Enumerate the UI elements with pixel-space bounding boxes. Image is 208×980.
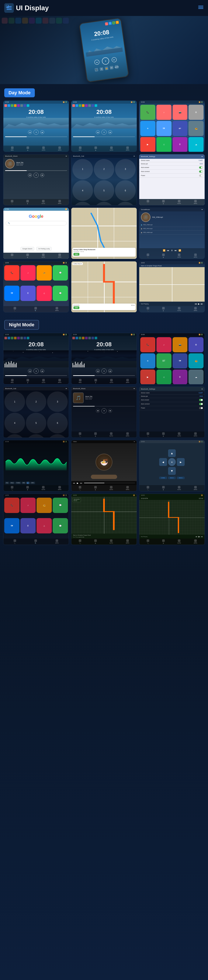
num-1[interactable]: 1 bbox=[72, 159, 93, 180]
night-num-5[interactable]: 5 bbox=[26, 413, 46, 433]
next-ctrl[interactable]: ⏭ bbox=[40, 130, 44, 134]
video-play[interactable]: ▶ bbox=[77, 482, 79, 484]
svg-rect-1 bbox=[6, 8, 12, 8]
app-icon-youtube[interactable]: ▶ bbox=[140, 137, 155, 152]
np-play[interactable]: ▶ bbox=[198, 303, 200, 305]
night-screen-12: 18:03📶 10:16 ETA 9.0 mi Not Playing ⏮ bbox=[139, 494, 205, 545]
app-icon-spotify[interactable]: ♫ bbox=[156, 137, 172, 152]
power-toggle[interactable] bbox=[199, 175, 203, 177]
go-btn-2[interactable]: GO bbox=[73, 306, 79, 309]
google-search-btn[interactable]: Google Search bbox=[20, 247, 35, 251]
app-icon-settings[interactable]: ⚙ bbox=[189, 105, 203, 120]
num-5[interactable]: 5 bbox=[94, 180, 114, 201]
night-num-7[interactable]: 7 bbox=[5, 434, 25, 438]
day-screen-10: 18:55📶 🔋 📞 ♪ 📻 💬 🗺 🎙 ♫ 💬 📞 🔍 APPS bbox=[3, 261, 69, 313]
num-6[interactable]: 6 bbox=[115, 180, 136, 201]
hero-time: 20:08 bbox=[94, 29, 110, 38]
down-arrow[interactable]: ▼ bbox=[168, 467, 176, 475]
night-mode-grid: 20:08📶 🔋 20:08 A soothing valley of blue… bbox=[0, 333, 208, 548]
status-bar: 20:08 📶 🔋 bbox=[3, 101, 69, 103]
night-np-next[interactable]: ⏭ bbox=[201, 536, 203, 538]
go-button[interactable]: GO bbox=[73, 253, 79, 256]
day-screen-11: Coffee Shop ● 10:16 ETA 9.0 mi GO bbox=[71, 261, 137, 313]
prev-ctrl[interactable]: ⏮ bbox=[28, 130, 32, 134]
night-screen-5: Bluetooth_Music ⬅ 🎵 Music Title Music Al… bbox=[71, 387, 137, 438]
play-ctrl[interactable]: ⏸ bbox=[33, 130, 39, 135]
auto-answer-toggle[interactable] bbox=[199, 167, 203, 169]
num-9[interactable]: 9 bbox=[115, 202, 136, 205]
num-7[interactable]: 7 bbox=[72, 202, 93, 205]
day-mode-section: Day Mode bbox=[0, 84, 208, 100]
music-list-item-2[interactable]: 华乐_3F1E.mp3 bbox=[139, 227, 205, 231]
google-lucky-btn[interactable]: I'm Feeling Lucky bbox=[36, 247, 52, 251]
fn-btn-2[interactable]: BACK bbox=[168, 477, 176, 479]
np-prev[interactable]: ⏮ bbox=[195, 303, 197, 305]
night-num-4[interactable]: 4 bbox=[5, 413, 25, 433]
svg-rect-0 bbox=[6, 6, 12, 7]
svg-rect-2 bbox=[6, 9, 12, 10]
up-arrow[interactable]: ▲ bbox=[168, 449, 176, 457]
day-mode-grid: 20:08 📶 🔋 20:08 A soothing valley of blu… bbox=[0, 100, 208, 316]
night-screen-10: 18:55📶 🔋 📞 ♪ 📻 💬 🗺 🎙 ♫ 💬 📞 🔍 APPS bbox=[3, 494, 69, 545]
center-btn[interactable]: ● bbox=[168, 458, 176, 466]
status-bar-2: 20:08 📶 🔋 bbox=[71, 101, 137, 103]
fn-btn-3[interactable]: MENU bbox=[177, 477, 184, 479]
num-8[interactable]: 8 bbox=[94, 202, 114, 205]
app-icon-music[interactable]: ♪ bbox=[156, 105, 172, 120]
app-icon-bt[interactable]: BT bbox=[173, 121, 188, 136]
night-auto-answer-toggle[interactable] bbox=[199, 399, 203, 401]
screen-bottom-bar: MAIL ⚙ AUTO APPS bbox=[3, 146, 69, 152]
app-icon-2[interactable]: 🗺 bbox=[156, 121, 172, 136]
app-icon-3[interactable]: 📻 bbox=[189, 121, 203, 136]
night-mode-section: Night Mode bbox=[0, 316, 208, 333]
next-btn[interactable]: ⏭ bbox=[175, 249, 177, 251]
app-icon-phone[interactable]: 📞 bbox=[140, 105, 155, 120]
video-next[interactable]: ⏭ bbox=[80, 482, 82, 484]
night-screen-2: 20:08📶 🔋 20:08 A soothing valley of blue… bbox=[71, 333, 137, 384]
play-button[interactable]: ⏸ bbox=[101, 57, 110, 65]
night-num-3[interactable]: 3 bbox=[47, 391, 68, 412]
night-num-8[interactable]: 8 bbox=[26, 434, 46, 438]
night-power-toggle[interactable] bbox=[199, 407, 203, 409]
prev-button[interactable]: ⏮ bbox=[94, 59, 100, 65]
night-np-prev[interactable]: ⏮ bbox=[195, 536, 197, 538]
repeat-btn[interactable]: 🔁 bbox=[178, 249, 181, 251]
app-icon-weather[interactable]: ☁ bbox=[189, 137, 203, 152]
hero-device: ♪ ✈ 📞 ⚙ 20:08 A soothing valley of blue … bbox=[79, 18, 129, 83]
music-list-item-1[interactable]: 华乐_37EB.mp3 bbox=[139, 223, 205, 227]
night-screen-1: 20:08📶 🔋 20:08 A soothing valley of blue… bbox=[3, 333, 69, 384]
video-prev[interactable]: ⏮ bbox=[73, 482, 75, 484]
num-2[interactable]: 2 bbox=[94, 159, 114, 180]
shuffle-btn[interactable]: 🔀 bbox=[163, 249, 165, 251]
night-screen-7: 20:08📶 🔋 EQ Bass Treble bbox=[3, 440, 69, 492]
fn-btn-1[interactable]: HOME bbox=[159, 477, 167, 479]
menu-button[interactable] bbox=[198, 4, 204, 12]
left-arrow[interactable]: ◄ bbox=[159, 458, 167, 466]
next-button[interactable]: ⏭ bbox=[111, 57, 117, 62]
night-num-1[interactable]: 1 bbox=[5, 391, 25, 412]
num-4[interactable]: 4 bbox=[72, 180, 93, 201]
app-icon-telegram[interactable]: ✈ bbox=[140, 121, 155, 136]
day-screen-1: 20:08 📶 🔋 20:08 A soothing valley of blu… bbox=[3, 100, 69, 152]
google-search[interactable]: 🔍 bbox=[6, 221, 67, 226]
day-screen-12: 18:03📶 🔋 Start on Doniplae Tongue Road N… bbox=[139, 261, 205, 313]
night-np-play[interactable]: ▶ bbox=[199, 536, 200, 538]
night-num-6[interactable]: 6 bbox=[47, 413, 68, 433]
logo-icon bbox=[4, 3, 14, 13]
prev-btn[interactable]: ⏮ bbox=[167, 249, 169, 251]
play-btn[interactable]: ⏸ bbox=[171, 249, 173, 251]
auto-connect-toggle[interactable] bbox=[199, 170, 203, 173]
night-num-2[interactable]: 2 bbox=[26, 391, 46, 412]
app-icon-podcast[interactable]: 🎙 bbox=[173, 137, 188, 152]
svg-rect-4 bbox=[198, 6, 203, 6]
night-screen-8: Video⬅ 🍜 ⏮ ▶ ⏭ 📞 ⚙ AUTO APPS bbox=[71, 440, 137, 492]
num-3[interactable]: 3 bbox=[115, 159, 136, 180]
np-next[interactable]: ⏭ bbox=[201, 303, 203, 305]
right-arrow[interactable]: ► bbox=[177, 458, 184, 466]
music-list-item-3[interactable]: 华乐_4A2B.mp3 bbox=[139, 231, 205, 235]
day-screen-8: Sunny Coffee Shop Restaurant 10:16 ETA 9… bbox=[71, 208, 137, 259]
app-icon-1[interactable]: 📷 bbox=[173, 105, 188, 120]
night-screen-3: 20:08📶 🔋 📞 ♪ 📷 ⚙ ✈ BT 🗺 📻 ▶ ♫ 🎙 ☁ MAIL ⚙… bbox=[139, 333, 205, 384]
night-auto-connect-toggle[interactable] bbox=[199, 403, 203, 405]
night-num-9[interactable]: 9 bbox=[47, 434, 68, 438]
